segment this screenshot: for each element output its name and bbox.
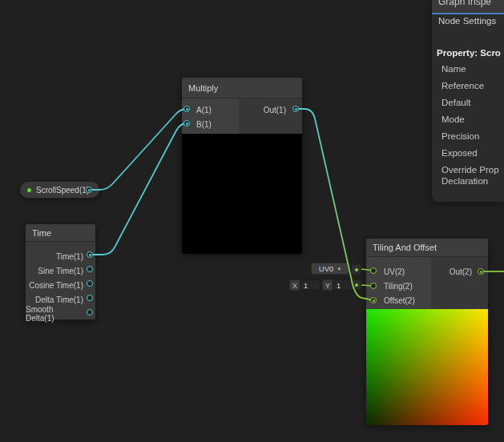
- port-multiply-b[interactable]: [183, 120, 190, 127]
- wire-time-to-multiply-b[interactable]: [90, 123, 187, 255]
- node-tiling-and-offset[interactable]: Tiling And Offset UV(2) Tiling(2) Offset…: [365, 238, 489, 425]
- wire-scrollspeed-to-multiply-a[interactable]: [89, 109, 187, 190]
- tiling-input-tiling-label: Tiling(2): [384, 282, 413, 291]
- port-time-time[interactable]: [87, 251, 93, 258]
- tab-node-settings[interactable]: Node Settings: [438, 16, 496, 26]
- multiply-node-title: Multiply: [188, 83, 218, 93]
- field-label-reference: Reference: [442, 81, 484, 90]
- tiling-x-input[interactable]: 1: [300, 279, 321, 291]
- multiply-input-a-label: A(1): [196, 106, 212, 115]
- green-port-dot-icon: [355, 283, 358, 287]
- field-label-default: Default: [442, 98, 470, 107]
- node-multiply[interactable]: Multiply A(1) B(1) Out(1): [181, 77, 303, 254]
- green-port-dot-icon: [355, 268, 358, 271]
- field-label-mode: Mode: [442, 115, 465, 124]
- port-tiling-offset[interactable]: [370, 297, 377, 303]
- graph-inspector-panel: Graph Inspe Node Settings Property: Scro…: [432, 0, 504, 202]
- multiply-output-column: Out(1): [239, 98, 302, 134]
- uv-default-connector-stub[interactable]: [351, 264, 361, 275]
- chevron-down-icon: ▼: [337, 267, 341, 271]
- tiling-node-title: Tiling And Offset: [373, 243, 437, 252]
- tiling-node-uv-preview: [366, 309, 488, 425]
- tiling-default-connector-stub[interactable]: [351, 279, 361, 290]
- multiply-output-label: Out(1): [264, 106, 286, 115]
- port-time-sine[interactable]: [87, 266, 93, 272]
- field-label-override-prop: Override Prop: [442, 165, 499, 175]
- port-multiply-a[interactable]: [183, 106, 190, 112]
- cosine-time-output-label: Cosine Time(1): [29, 281, 83, 290]
- tab-graph-inspector[interactable]: Graph Inspe: [438, 0, 504, 7]
- node-time[interactable]: Time Time(1) Sine Time(1) Cosine Time(1)…: [25, 223, 96, 320]
- tiling-x-label: X: [289, 279, 300, 291]
- port-tiling-uv[interactable]: [370, 267, 377, 274]
- tiling-y-field-group: Y 1: [322, 279, 353, 291]
- port-time-delta[interactable]: [87, 295, 93, 301]
- tiling-node-titlebar[interactable]: Tiling And Offset: [366, 239, 488, 257]
- tiling-output-column: Out(2): [431, 257, 488, 309]
- smooth-delta-output-label: Smooth Delta(1): [26, 305, 83, 323]
- exposed-property-dot-icon: [27, 188, 31, 192]
- tiling-y-label: Y: [322, 279, 333, 291]
- shader-graph-canvas[interactable]: ScrollSpeed(1) Time Time(1) Sine Time(1)…: [0, 0, 504, 442]
- tiling-input-offset-label: Offset(2): [384, 296, 415, 305]
- port-tiling-out[interactable]: [478, 268, 484, 275]
- port-tiling-tiling[interactable]: [370, 283, 377, 289]
- field-label-name: Name: [442, 64, 466, 74]
- time-output-label: Time(1): [56, 252, 83, 261]
- field-label-precision: Precision: [442, 131, 479, 141]
- property-node-label: ScrollSpeed(1): [36, 186, 89, 195]
- time-node-title: Time: [32, 228, 51, 238]
- multiply-node-preview: [182, 134, 302, 254]
- property-section-header: Property: Scro: [437, 48, 501, 58]
- multiply-node-titlebar[interactable]: Multiply: [182, 78, 302, 98]
- port-time-smooth-delta[interactable]: [87, 309, 93, 315]
- time-node-body: Time(1) Sine Time(1) Cosine Time(1) Delt…: [26, 242, 95, 321]
- uv-preview-green-gradient: [366, 309, 488, 425]
- time-node-titlebar[interactable]: Time: [26, 224, 95, 242]
- field-label-exposed: Exposed: [442, 148, 478, 158]
- port-multiply-out[interactable]: [292, 106, 299, 112]
- tiling-x-field-group: X 1: [289, 279, 321, 291]
- delta-time-output-label: Delta Time(1): [35, 295, 83, 304]
- port-time-cosine[interactable]: [87, 280, 93, 287]
- multiply-input-b-label: B(1): [196, 120, 212, 129]
- inspector-tab-bar[interactable]: Graph Inspe: [432, 0, 504, 14]
- sine-time-output-label: Sine Time(1): [38, 267, 83, 275]
- port-scrollspeed-out[interactable]: [86, 187, 92, 193]
- multiply-input-column: A(1) B(1): [182, 98, 239, 134]
- uv-channel-value: UV0: [319, 264, 333, 273]
- field-label-declaration: Declaration: [442, 176, 488, 186]
- uv-channel-dropdown[interactable]: UV0 ▼: [311, 263, 349, 275]
- tiling-input-uv-label: UV(2): [384, 267, 405, 276]
- tiling-output-label: Out(2): [450, 267, 472, 276]
